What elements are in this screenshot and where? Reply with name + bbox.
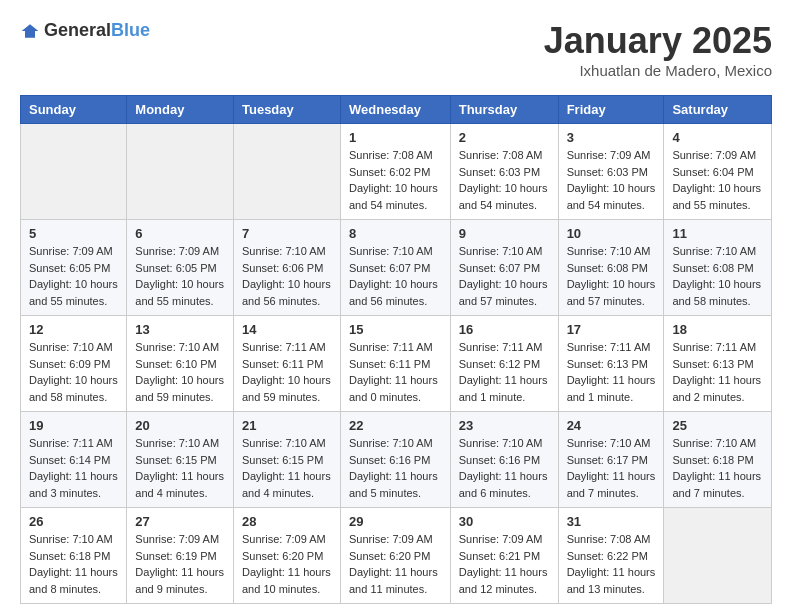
day-number: 8 xyxy=(349,226,442,241)
day-info: Sunrise: 7:09 AM Sunset: 6:20 PM Dayligh… xyxy=(242,531,332,597)
day-number: 13 xyxy=(135,322,225,337)
day-number: 23 xyxy=(459,418,550,433)
month-title: January 2025 xyxy=(544,20,772,62)
day-info: Sunrise: 7:10 AM Sunset: 6:18 PM Dayligh… xyxy=(672,435,763,501)
calendar: SundayMondayTuesdayWednesdayThursdayFrid… xyxy=(20,95,772,604)
day-number: 22 xyxy=(349,418,442,433)
day-info: Sunrise: 7:09 AM Sunset: 6:04 PM Dayligh… xyxy=(672,147,763,213)
day-cell xyxy=(664,508,772,604)
day-number: 2 xyxy=(459,130,550,145)
day-number: 11 xyxy=(672,226,763,241)
day-cell: 16Sunrise: 7:11 AM Sunset: 6:12 PM Dayli… xyxy=(450,316,558,412)
svg-marker-0 xyxy=(22,24,39,37)
day-cell: 23Sunrise: 7:10 AM Sunset: 6:16 PM Dayli… xyxy=(450,412,558,508)
day-cell: 28Sunrise: 7:09 AM Sunset: 6:20 PM Dayli… xyxy=(233,508,340,604)
day-number: 3 xyxy=(567,130,656,145)
day-cell: 11Sunrise: 7:10 AM Sunset: 6:08 PM Dayli… xyxy=(664,220,772,316)
day-cell: 10Sunrise: 7:10 AM Sunset: 6:08 PM Dayli… xyxy=(558,220,664,316)
day-cell: 25Sunrise: 7:10 AM Sunset: 6:18 PM Dayli… xyxy=(664,412,772,508)
day-info: Sunrise: 7:10 AM Sunset: 6:06 PM Dayligh… xyxy=(242,243,332,309)
day-cell: 12Sunrise: 7:10 AM Sunset: 6:09 PM Dayli… xyxy=(21,316,127,412)
weekday-header-sunday: Sunday xyxy=(21,96,127,124)
day-cell: 24Sunrise: 7:10 AM Sunset: 6:17 PM Dayli… xyxy=(558,412,664,508)
day-info: Sunrise: 7:09 AM Sunset: 6:05 PM Dayligh… xyxy=(135,243,225,309)
day-cell xyxy=(21,124,127,220)
location: Ixhuatlan de Madero, Mexico xyxy=(544,62,772,79)
logo-general: General xyxy=(44,20,111,40)
day-number: 31 xyxy=(567,514,656,529)
day-info: Sunrise: 7:11 AM Sunset: 6:14 PM Dayligh… xyxy=(29,435,118,501)
day-cell xyxy=(127,124,234,220)
day-number: 24 xyxy=(567,418,656,433)
day-cell: 2Sunrise: 7:08 AM Sunset: 6:03 PM Daylig… xyxy=(450,124,558,220)
day-number: 28 xyxy=(242,514,332,529)
day-cell: 6Sunrise: 7:09 AM Sunset: 6:05 PM Daylig… xyxy=(127,220,234,316)
day-number: 10 xyxy=(567,226,656,241)
day-number: 9 xyxy=(459,226,550,241)
day-cell: 3Sunrise: 7:09 AM Sunset: 6:03 PM Daylig… xyxy=(558,124,664,220)
weekday-header-friday: Friday xyxy=(558,96,664,124)
day-info: Sunrise: 7:10 AM Sunset: 6:18 PM Dayligh… xyxy=(29,531,118,597)
day-info: Sunrise: 7:10 AM Sunset: 6:16 PM Dayligh… xyxy=(349,435,442,501)
day-cell: 18Sunrise: 7:11 AM Sunset: 6:13 PM Dayli… xyxy=(664,316,772,412)
day-info: Sunrise: 7:08 AM Sunset: 6:22 PM Dayligh… xyxy=(567,531,656,597)
day-cell: 20Sunrise: 7:10 AM Sunset: 6:15 PM Dayli… xyxy=(127,412,234,508)
day-info: Sunrise: 7:11 AM Sunset: 6:12 PM Dayligh… xyxy=(459,339,550,405)
day-cell: 4Sunrise: 7:09 AM Sunset: 6:04 PM Daylig… xyxy=(664,124,772,220)
day-info: Sunrise: 7:10 AM Sunset: 6:10 PM Dayligh… xyxy=(135,339,225,405)
day-number: 25 xyxy=(672,418,763,433)
weekday-header-thursday: Thursday xyxy=(450,96,558,124)
day-info: Sunrise: 7:10 AM Sunset: 6:17 PM Dayligh… xyxy=(567,435,656,501)
day-cell: 8Sunrise: 7:10 AM Sunset: 6:07 PM Daylig… xyxy=(340,220,450,316)
day-number: 18 xyxy=(672,322,763,337)
weekday-header-monday: Monday xyxy=(127,96,234,124)
day-info: Sunrise: 7:10 AM Sunset: 6:16 PM Dayligh… xyxy=(459,435,550,501)
day-cell: 19Sunrise: 7:11 AM Sunset: 6:14 PM Dayli… xyxy=(21,412,127,508)
day-cell: 7Sunrise: 7:10 AM Sunset: 6:06 PM Daylig… xyxy=(233,220,340,316)
week-row-1: 1Sunrise: 7:08 AM Sunset: 6:02 PM Daylig… xyxy=(21,124,772,220)
day-info: Sunrise: 7:10 AM Sunset: 6:07 PM Dayligh… xyxy=(459,243,550,309)
day-number: 14 xyxy=(242,322,332,337)
day-info: Sunrise: 7:09 AM Sunset: 6:05 PM Dayligh… xyxy=(29,243,118,309)
day-info: Sunrise: 7:10 AM Sunset: 6:15 PM Dayligh… xyxy=(242,435,332,501)
day-info: Sunrise: 7:11 AM Sunset: 6:13 PM Dayligh… xyxy=(567,339,656,405)
day-cell: 15Sunrise: 7:11 AM Sunset: 6:11 PM Dayli… xyxy=(340,316,450,412)
week-row-4: 19Sunrise: 7:11 AM Sunset: 6:14 PM Dayli… xyxy=(21,412,772,508)
day-info: Sunrise: 7:11 AM Sunset: 6:11 PM Dayligh… xyxy=(349,339,442,405)
day-cell: 22Sunrise: 7:10 AM Sunset: 6:16 PM Dayli… xyxy=(340,412,450,508)
day-cell: 1Sunrise: 7:08 AM Sunset: 6:02 PM Daylig… xyxy=(340,124,450,220)
week-row-5: 26Sunrise: 7:10 AM Sunset: 6:18 PM Dayli… xyxy=(21,508,772,604)
week-row-3: 12Sunrise: 7:10 AM Sunset: 6:09 PM Dayli… xyxy=(21,316,772,412)
day-cell: 13Sunrise: 7:10 AM Sunset: 6:10 PM Dayli… xyxy=(127,316,234,412)
day-number: 26 xyxy=(29,514,118,529)
day-number: 17 xyxy=(567,322,656,337)
weekday-header-row: SundayMondayTuesdayWednesdayThursdayFrid… xyxy=(21,96,772,124)
week-row-2: 5Sunrise: 7:09 AM Sunset: 6:05 PM Daylig… xyxy=(21,220,772,316)
day-number: 20 xyxy=(135,418,225,433)
day-number: 15 xyxy=(349,322,442,337)
logo-icon xyxy=(20,21,40,41)
day-number: 7 xyxy=(242,226,332,241)
logo-blue: Blue xyxy=(111,20,150,40)
day-info: Sunrise: 7:09 AM Sunset: 6:19 PM Dayligh… xyxy=(135,531,225,597)
day-info: Sunrise: 7:10 AM Sunset: 6:08 PM Dayligh… xyxy=(567,243,656,309)
day-info: Sunrise: 7:08 AM Sunset: 6:03 PM Dayligh… xyxy=(459,147,550,213)
day-info: Sunrise: 7:10 AM Sunset: 6:15 PM Dayligh… xyxy=(135,435,225,501)
day-info: Sunrise: 7:10 AM Sunset: 6:09 PM Dayligh… xyxy=(29,339,118,405)
page-header: GeneralBlue January 2025 Ixhuatlan de Ma… xyxy=(20,20,772,79)
day-info: Sunrise: 7:11 AM Sunset: 6:13 PM Dayligh… xyxy=(672,339,763,405)
logo: GeneralBlue xyxy=(20,20,150,41)
day-cell: 9Sunrise: 7:10 AM Sunset: 6:07 PM Daylig… xyxy=(450,220,558,316)
day-cell: 29Sunrise: 7:09 AM Sunset: 6:20 PM Dayli… xyxy=(340,508,450,604)
day-number: 27 xyxy=(135,514,225,529)
day-number: 21 xyxy=(242,418,332,433)
day-cell: 17Sunrise: 7:11 AM Sunset: 6:13 PM Dayli… xyxy=(558,316,664,412)
day-number: 1 xyxy=(349,130,442,145)
day-info: Sunrise: 7:08 AM Sunset: 6:02 PM Dayligh… xyxy=(349,147,442,213)
day-cell xyxy=(233,124,340,220)
day-cell: 21Sunrise: 7:10 AM Sunset: 6:15 PM Dayli… xyxy=(233,412,340,508)
day-number: 16 xyxy=(459,322,550,337)
day-info: Sunrise: 7:09 AM Sunset: 6:21 PM Dayligh… xyxy=(459,531,550,597)
day-info: Sunrise: 7:09 AM Sunset: 6:20 PM Dayligh… xyxy=(349,531,442,597)
day-cell: 31Sunrise: 7:08 AM Sunset: 6:22 PM Dayli… xyxy=(558,508,664,604)
